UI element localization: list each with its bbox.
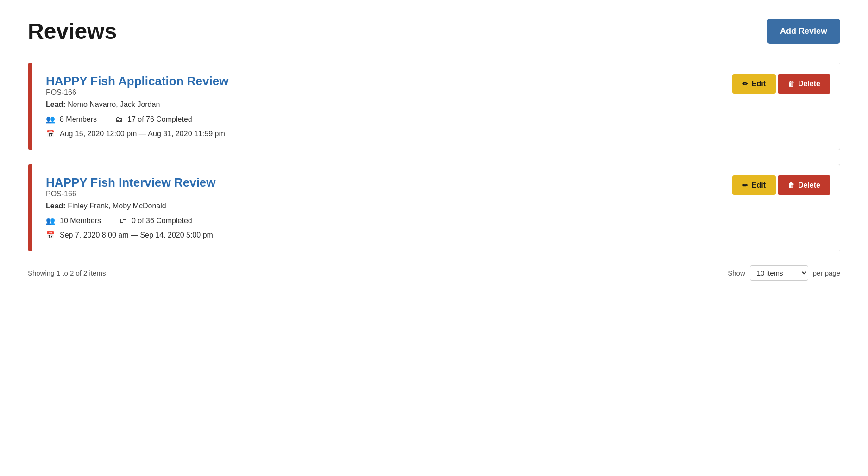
per-page-control: Show 10 items25 items50 items100 items p… bbox=[728, 265, 840, 281]
review-actions: Edit Delete bbox=[723, 63, 840, 150]
add-review-button[interactable]: Add Review bbox=[767, 19, 840, 44]
date-range: Aug 15, 2020 12:00 pm — Aug 31, 2020 11:… bbox=[60, 130, 225, 138]
review-actions: Edit Delete bbox=[723, 164, 840, 251]
members-meta: 10 Members bbox=[46, 216, 101, 225]
completed-meta: 0 of 36 Completed bbox=[120, 216, 192, 225]
lead-label: Lead: bbox=[46, 100, 66, 108]
trash-icon bbox=[788, 181, 794, 189]
card-accent-bar bbox=[28, 164, 32, 251]
members-icon bbox=[46, 114, 55, 124]
completed-count: 0 of 36 Completed bbox=[132, 217, 192, 225]
review-title[interactable]: HAPPY Fish Application Review bbox=[46, 74, 228, 88]
review-meta: 8 Members 17 of 76 Completed bbox=[46, 114, 709, 124]
review-position-code: POS-166 bbox=[46, 190, 709, 198]
pagination-info: Showing 1 to 2 of 2 items bbox=[28, 269, 106, 277]
review-lead: Lead: Finley Frank, Moby McDonald bbox=[46, 202, 709, 210]
review-lead: Lead: Nemo Navarro, Jack Jordan bbox=[46, 100, 709, 109]
card-accent-bar bbox=[28, 63, 32, 150]
lead-label: Lead: bbox=[46, 202, 66, 210]
pencil-icon bbox=[742, 80, 748, 88]
trash-icon bbox=[788, 80, 794, 88]
delete-button[interactable]: Delete bbox=[778, 175, 830, 195]
review-card: HAPPY Fish Interview Review POS-166 Lead… bbox=[28, 164, 840, 251]
members-count: 10 Members bbox=[60, 217, 101, 225]
members-meta: 8 Members bbox=[46, 114, 97, 124]
card-body: HAPPY Fish Interview Review POS-166 Lead… bbox=[32, 164, 723, 251]
show-label: Show bbox=[728, 269, 745, 277]
page-footer: Showing 1 to 2 of 2 items Show 10 items2… bbox=[28, 265, 840, 281]
completed-icon bbox=[115, 114, 123, 124]
completed-count: 17 of 76 Completed bbox=[127, 115, 192, 124]
review-position-code: POS-166 bbox=[46, 88, 709, 97]
members-count: 8 Members bbox=[60, 115, 97, 124]
edit-button[interactable]: Edit bbox=[732, 175, 776, 195]
calendar-icon bbox=[46, 230, 55, 240]
reviews-list: HAPPY Fish Application Review POS-166 Le… bbox=[28, 63, 840, 251]
lead-names: Nemo Navarro, Jack Jordan bbox=[68, 100, 160, 108]
page-header: Reviews Add Review bbox=[28, 19, 840, 44]
page-title: Reviews bbox=[28, 19, 117, 44]
pencil-icon bbox=[742, 181, 748, 189]
delete-button[interactable]: Delete bbox=[778, 74, 830, 94]
review-card: HAPPY Fish Application Review POS-166 Le… bbox=[28, 63, 840, 150]
review-title[interactable]: HAPPY Fish Interview Review bbox=[46, 175, 216, 189]
review-dates: Sep 7, 2020 8:00 am — Sep 14, 2020 5:00 … bbox=[46, 230, 709, 240]
per-page-select[interactable]: 10 items25 items50 items100 items bbox=[750, 265, 808, 281]
edit-button[interactable]: Edit bbox=[732, 74, 776, 94]
completed-icon bbox=[120, 216, 127, 225]
lead-names: Finley Frank, Moby McDonald bbox=[68, 202, 166, 210]
review-meta: 10 Members 0 of 36 Completed bbox=[46, 216, 709, 225]
completed-meta: 17 of 76 Completed bbox=[115, 114, 192, 124]
date-range: Sep 7, 2020 8:00 am — Sep 14, 2020 5:00 … bbox=[60, 231, 213, 239]
per-page-label: per page bbox=[813, 269, 840, 277]
review-dates: Aug 15, 2020 12:00 pm — Aug 31, 2020 11:… bbox=[46, 129, 709, 138]
members-icon bbox=[46, 216, 55, 225]
card-body: HAPPY Fish Application Review POS-166 Le… bbox=[32, 63, 723, 150]
calendar-icon bbox=[46, 129, 55, 138]
